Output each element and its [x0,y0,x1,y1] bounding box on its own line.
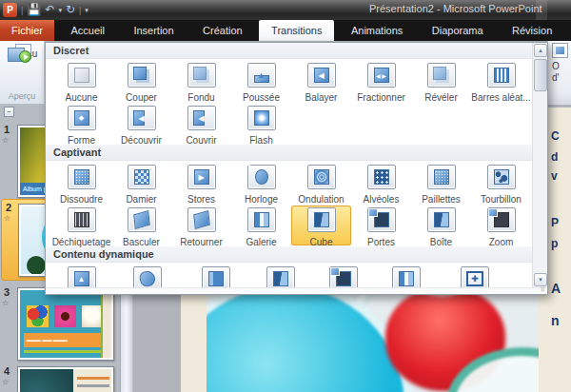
titlebar: P | 💾 ↶ ▾ ↻ | ▾ Présentation2 - Microsof… [0,0,571,20]
scrollbar-thumb[interactable] [534,59,547,91]
powerpoint-window: P | 💾 ↶ ▾ ↻ | ▾ Présentation2 - Microsof… [0,0,571,392]
slide-row-3[interactable]: 3 ☆ ▬▬▬ ▬▬ ▬▬▬ [0,284,119,365]
tab-transitions[interactable]: Transitions [259,20,334,41]
tab-fichier[interactable]: Fichier [0,20,54,41]
blinds-icon [187,165,216,189]
transition-barres-aleatoires[interactable]: Barres aléat... [471,61,531,101]
transition-balayer[interactable]: Balayer [291,61,351,101]
transition-dissoudre[interactable]: Dissoudre [51,163,111,203]
slide3-accent-line [24,350,102,353]
transition-forme[interactable]: Forme [51,104,111,144]
undo-dropdown-icon[interactable]: ▾ [58,7,62,14]
tab-insertion[interactable]: Insertion [121,20,186,41]
scroll-up-icon[interactable]: ▲ [534,44,547,57]
slide-text-fragment: P [551,216,559,229]
save-icon[interactable]: 💾 [27,3,41,17]
qat-separator: | [21,6,23,15]
transition-tourbillon[interactable]: Tourbillon [471,163,531,203]
slide-row-4[interactable]: 4 ☆ [0,363,119,392]
transition-retourner[interactable]: Retourner [171,206,231,245]
gallery-section-header-contenu-dynamique: Contenu dynamique [46,246,532,263]
transition-aucune[interactable]: Aucune [51,61,111,101]
transition-paillettes[interactable]: Paillettes [411,163,471,203]
transition-zoom[interactable]: Zoom [471,206,531,245]
preview-group-label: Aperçu [0,91,44,101]
transition-orbite[interactable]: Orbite [375,265,438,287]
effect-options-icon[interactable] [552,43,568,58]
customize-qat-icon[interactable]: ▾ [85,7,89,14]
slide-number: 3 [4,286,10,298]
redo-icon[interactable]: ↻ [66,3,75,17]
transition-couper[interactable]: Couper [111,61,171,101]
gallery-row: Panoramique Grande roue Convoyeur Rotati… [46,263,532,287]
transition-flash[interactable]: Flash [231,104,291,144]
transition-convoyeur[interactable]: Convoyeur [183,265,249,287]
transition-couvrir[interactable]: Couvrir [171,104,231,144]
slide-number: 2 [6,202,11,213]
tab-diaporama[interactable]: Diaporama [420,20,496,41]
slide-thumbnail-4[interactable] [17,366,114,392]
transition-fractionner[interactable]: Fractionner [351,61,411,101]
transition-parcourir-image[interactable]: Parcourir l'i... [438,265,512,287]
transition-fondu[interactable]: Fondu [171,61,231,101]
orbit-icon [392,266,421,287]
transition-portes[interactable]: Portes [351,206,411,245]
none-icon [68,63,96,88]
preview-button[interactable]: Aperçu [3,44,42,87]
powerpoint-app-icon[interactable]: P [3,3,17,17]
transition-cube-selected[interactable]: Cube [291,206,351,245]
transition-decouvrir[interactable]: Découvrir [111,104,171,144]
shred-icon [68,207,96,232]
transition-panoramique[interactable]: Panoramique [51,265,111,287]
transition-reveler[interactable]: Révéler [411,61,471,101]
slide-number: 4 [4,365,10,377]
tab-animations[interactable]: Animations [339,20,415,41]
gallery-section-header-discret: Discret [46,43,532,59]
gallery-resize-handle[interactable] [46,287,547,294]
checkerboard-icon [128,165,156,189]
clock-icon [247,165,276,189]
vortex-icon [487,165,516,189]
transition-rotation[interactable]: Rotation [249,265,312,287]
transition-fenetre[interactable]: Fenêtre [312,265,375,287]
scroll-down-icon[interactable]: ▼ [534,273,547,286]
ribbon-preview-group: Aperçu Aperçu [0,41,45,105]
gallery-section-header-captivant: Captivant [46,145,532,161]
transition-damier[interactable]: Damier [111,163,171,203]
transition-star-icon: ☆ [2,378,9,386]
gallery-scrollbar[interactable]: ▲ ▼ [532,43,547,287]
transition-horloge[interactable]: Horloge [231,163,291,203]
tab-accueil[interactable]: Accueil [58,20,116,41]
transition-poussee[interactable]: Poussée [231,61,291,101]
gallery-row: Aucune Couper Fondu Poussée Balayer Frac… [46,59,532,102]
slides-panel-tab-box[interactable]: − [4,107,14,117]
transition-grande-roue[interactable]: Grande roue [111,265,183,287]
fly-through-icon [461,266,489,287]
tab-revision[interactable]: Révision [500,20,564,41]
push-icon [247,63,276,88]
effect-options-label[interactable]: O d' [552,61,560,84]
transition-alveoles[interactable]: Alvéoles [351,163,411,203]
undo-icon[interactable]: ↶ [45,3,54,17]
transition-galerie[interactable]: Galerie [231,206,291,245]
pan-icon [68,266,96,287]
transition-dechiquetage[interactable]: Déchiquetage [51,206,111,245]
slide-thumbnail-3[interactable]: ▬▬▬ ▬▬ ▬▬▬ [17,287,114,361]
zoom-icon [487,207,516,232]
transition-basculer[interactable]: Basculer [111,206,171,245]
flash-icon [247,106,276,130]
qat-separator-2: | [79,6,81,15]
transition-boite[interactable]: Boîte [411,206,471,245]
box-icon [427,207,456,232]
transition-stores[interactable]: Stores [171,163,231,203]
flip-icon [187,207,216,232]
slide-number: 1 [4,124,10,135]
random-bars-icon [487,63,516,88]
dissolve-icon [68,165,96,189]
tab-creation[interactable]: Création [190,20,255,41]
slide-text-fragment: C [551,129,560,143]
slide4-text-line [77,384,109,387]
transition-star-icon: ☆ [2,299,9,307]
transitions-gallery-popup: Discret Aucune Couper Fondu Poussée Bala… [45,42,548,295]
transition-ondulation[interactable]: Ondulation [291,163,351,203]
